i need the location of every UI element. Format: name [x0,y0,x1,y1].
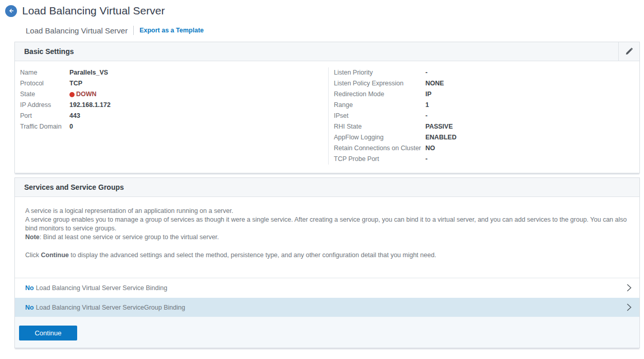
state-value: DOWN [76,89,97,100]
basic-settings-panel: Basic Settings Name Parallels_VS Protoco… [14,42,640,173]
basic-settings-body: Name Parallels_VS Protocol TCP State DOW… [15,61,639,173]
subnav-divider [133,26,134,35]
field-name: Name Parallels_VS [20,67,328,78]
services-title: Services and Service Groups [24,183,124,191]
servicegroup-binding-label: Load Balancing Virtual Server ServiceGro… [36,304,185,311]
subnav: Load Balancing Virtual Server Export as … [26,26,644,35]
chevron-right-icon [626,303,632,312]
basic-settings-header: Basic Settings [15,42,639,61]
field-ip-address: IP Address 192.168.1.172 [20,100,328,111]
field-state: State DOWN [20,89,328,100]
servicegroup-binding-count: No [25,304,34,311]
services-footer: Continue [15,317,639,348]
export-as-template-link[interactable]: Export as a Template [139,27,204,34]
field-ipset: IPset - [334,111,639,121]
page-header: Load Balancing Virtual Server [0,0,644,17]
description-note: Note: Bind at least one service or servi… [25,233,629,242]
field-listen-policy-expression: Listen Policy Expression NONE [334,78,639,89]
description-line-1: A service is a logical representation of… [25,207,629,216]
service-binding-label: Load Balancing Virtual Server Service Bi… [36,284,167,292]
field-traffic-domain: Traffic Domain 0 [20,121,328,132]
edit-basic-settings-button[interactable] [619,42,639,61]
arrow-left-icon [8,7,15,14]
basic-settings-title: Basic Settings [24,47,74,56]
servicegroup-binding-row[interactable]: No Load Balancing Virtual Server Service… [15,297,639,317]
pencil-icon [625,47,633,56]
hint-suffix: to display the advanced settings and sel… [69,252,436,259]
field-redirection-mode: Redirection Mode IP [334,89,639,100]
field-appflow-logging: AppFlow Logging ENABLED [334,132,639,143]
continue-hint: Click Continue to display the advanced s… [15,242,639,278]
tab-load-balancing-virtual-server[interactable]: Load Balancing Virtual Server [26,26,128,35]
field-retain-connections-on-cluster: Retain Connections on Cluster NO [334,143,639,154]
basic-settings-left-column: Name Parallels_VS Protocol TCP State DOW… [15,67,328,165]
service-binding-row[interactable]: No Load Balancing Virtual Server Service… [15,278,639,297]
field-protocol: Protocol TCP [20,78,328,89]
chevron-right-icon [626,283,632,292]
page-title: Load Balancing Virtual Server [22,5,165,17]
services-description: A service is a logical representation of… [15,197,639,242]
service-binding-count: No [25,284,34,292]
field-tcp-probe-port: TCP Probe Port - [334,154,639,165]
hint-bold: Continue [41,252,69,259]
field-range: Range 1 [334,100,639,111]
services-panel: Services and Service Groups A service is… [14,177,640,348]
continue-button[interactable]: Continue [19,326,77,340]
services-header: Services and Service Groups [15,178,639,197]
description-line-2: A service group enables you to manage a … [25,216,629,233]
note-label: Note [25,234,40,241]
basic-settings-right-column: Listen Priority - Listen Policy Expressi… [328,67,639,165]
field-rhi-state: RHI State PASSIVE [334,121,639,132]
note-text: : Bind at least one service or service g… [40,234,219,241]
hint-prefix: Click [25,252,41,259]
field-listen-priority: Listen Priority - [334,67,639,78]
back-button[interactable] [5,5,17,17]
field-port: Port 443 [20,111,328,121]
status-down-icon [69,92,75,97]
